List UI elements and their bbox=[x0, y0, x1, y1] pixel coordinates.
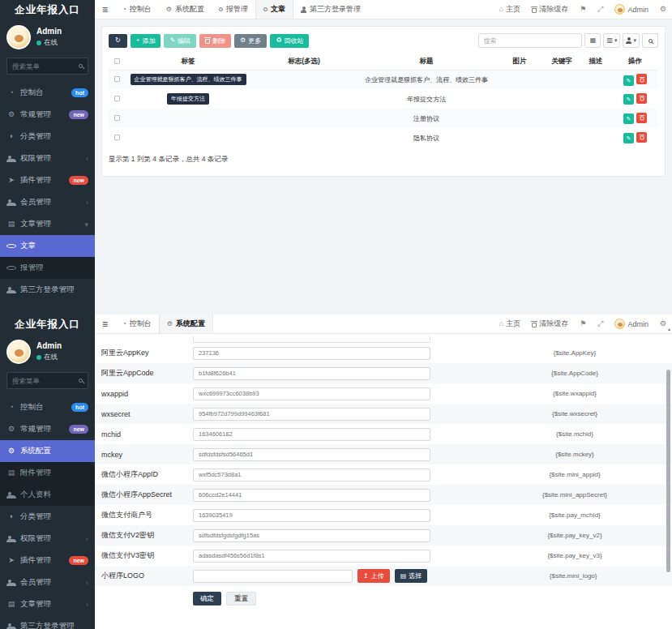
nav-fullscreen[interactable]: ⤢ bbox=[592, 314, 609, 333]
sidebar-item[interactable]: ◔控制台hot bbox=[0, 82, 95, 104]
field-input[interactable] bbox=[193, 428, 430, 441]
delete-button[interactable]: 删除 bbox=[199, 34, 231, 48]
tab-item[interactable]: ◔控制台 bbox=[115, 0, 159, 19]
sidebar-search-input[interactable] bbox=[12, 62, 75, 71]
field-input[interactable] bbox=[193, 408, 430, 421]
edit-row-button[interactable]: ✎ bbox=[623, 133, 634, 143]
select-all-checkbox[interactable] bbox=[114, 58, 120, 64]
delete-row-button[interactable] bbox=[636, 113, 647, 123]
field-label: mckey bbox=[101, 451, 193, 459]
refresh-button[interactable]: ↻ bbox=[109, 34, 127, 48]
tab-label: 文章 bbox=[271, 4, 285, 15]
field-input[interactable] bbox=[193, 387, 430, 400]
submit-button[interactable]: 确定 bbox=[193, 592, 221, 605]
sidebar-item[interactable]: 第三方登录管理 bbox=[0, 279, 95, 301]
sidebar-item[interactable]: 个人资料 bbox=[0, 484, 95, 506]
upload-button[interactable]: ↥上传 bbox=[357, 569, 390, 583]
row-checkbox[interactable] bbox=[114, 115, 120, 121]
sidebar-item[interactable]: 会员管理‹ bbox=[0, 191, 95, 213]
field-input[interactable] bbox=[193, 347, 430, 360]
tab-active[interactable]: ⚙系统配置 bbox=[159, 314, 213, 333]
field-input[interactable] bbox=[193, 448, 430, 461]
nav-user[interactable]: Admin bbox=[609, 0, 654, 19]
tab-item[interactable]: 第三方登录管理 bbox=[293, 0, 368, 19]
search-button[interactable] bbox=[642, 33, 658, 48]
flag-cell bbox=[250, 109, 357, 128]
nav-clear-cache[interactable]: 清除缓存 bbox=[526, 0, 574, 19]
scroll-up-icon[interactable]: ▴ bbox=[668, 326, 670, 332]
sidebar-item[interactable]: 权限管理‹ bbox=[0, 148, 95, 169]
delete-row-button[interactable] bbox=[636, 93, 647, 104]
table-row: 隐私协议✎ bbox=[109, 128, 658, 148]
field-input[interactable] bbox=[193, 550, 430, 563]
row-checkbox[interactable] bbox=[114, 96, 120, 101]
field-input[interactable] bbox=[193, 570, 353, 583]
recycle-bin-button[interactable]: ♻回收站 bbox=[270, 34, 309, 48]
clipped-input[interactable] bbox=[193, 336, 430, 343]
choose-button[interactable]: ▤选择 bbox=[395, 569, 428, 583]
sidebar-item[interactable]: 第三方登录管理 bbox=[0, 615, 95, 629]
tab-item[interactable]: ◔控制台 bbox=[115, 314, 159, 333]
sidebar-item[interactable]: ➤插件管理new bbox=[0, 550, 95, 571]
sidebar-item-label: 常规管理 bbox=[20, 109, 51, 120]
field-input[interactable] bbox=[193, 529, 430, 542]
add-button[interactable]: +添加 bbox=[131, 34, 161, 48]
nav-flag[interactable]: ⚑ bbox=[574, 314, 592, 333]
sidebar-search-input[interactable] bbox=[12, 377, 75, 385]
more-button[interactable]: ⚙更多 bbox=[234, 34, 267, 48]
edit-row-button[interactable]: ✎ bbox=[623, 94, 634, 105]
sidebar-item[interactable]: ⚙常规管理new bbox=[0, 104, 95, 126]
field-input[interactable] bbox=[193, 509, 430, 522]
nav-fullscreen[interactable]: ⤢ bbox=[592, 0, 609, 19]
sidebar-item[interactable]: ➤插件管理new bbox=[0, 169, 95, 191]
filter-user-button[interactable]: ▾ bbox=[623, 33, 640, 48]
nav-user[interactable]: Admin bbox=[609, 314, 654, 333]
edit-button[interactable]: ✎编辑 bbox=[164, 34, 196, 48]
nav-settings[interactable]: ⚙ bbox=[654, 0, 672, 19]
field-input[interactable] bbox=[193, 367, 430, 380]
sidebar-item[interactable]: 报管理 bbox=[0, 257, 95, 279]
trash-icon bbox=[532, 323, 537, 327]
rocket-icon: ➤ bbox=[6, 557, 16, 564]
reset-button[interactable]: 重置 bbox=[226, 592, 256, 605]
nav-flag[interactable]: ⚑ bbox=[574, 0, 592, 19]
nav-home[interactable]: ⌂主页 bbox=[494, 314, 526, 333]
field-input[interactable] bbox=[193, 489, 430, 502]
sidebar-item[interactable]: ▤附件管理 bbox=[0, 462, 95, 484]
description-cell bbox=[580, 70, 612, 89]
tab-item[interactable]: ⚙系统配置 bbox=[159, 0, 212, 19]
tab-active[interactable]: 文章 bbox=[255, 0, 293, 19]
delete-row-button[interactable] bbox=[636, 74, 647, 84]
sidebar-item[interactable]: ⚙系统配置 bbox=[0, 440, 95, 462]
edit-row-button[interactable]: ✎ bbox=[623, 113, 634, 124]
menu-toggle-icon[interactable]: ≡ bbox=[95, 314, 115, 333]
sidebar-item[interactable]: ◗分类管理 bbox=[0, 126, 95, 148]
sidebar-item[interactable]: ◗分类管理 bbox=[0, 506, 95, 528]
sidebar-item[interactable]: 权限管理‹ bbox=[0, 528, 95, 550]
field-label: 微信支付商户号 bbox=[101, 510, 193, 520]
row-checkbox[interactable] bbox=[114, 135, 120, 140]
sidebar-item[interactable]: ▤文章管理‹ bbox=[0, 593, 95, 615]
pencil-icon: ✎ bbox=[627, 116, 631, 122]
field-input[interactable] bbox=[193, 469, 430, 481]
sidebar-item[interactable]: 会员管理‹ bbox=[0, 571, 95, 593]
scrollbar-thumb[interactable] bbox=[666, 370, 670, 572]
toggle-view-button[interactable]: ▦ bbox=[584, 33, 601, 48]
edit-row-button[interactable]: ✎ bbox=[623, 75, 634, 86]
nav-clear-cache[interactable]: 清除缓存 bbox=[526, 314, 574, 333]
delete-row-button[interactable] bbox=[636, 132, 647, 143]
sidebar-item[interactable]: ◔控制台hot bbox=[0, 396, 95, 418]
columns-button[interactable]: ▥▾ bbox=[603, 33, 620, 48]
menu-toggle-icon[interactable]: ≡ bbox=[95, 0, 115, 19]
trash-icon bbox=[640, 117, 644, 121]
sidebar-item[interactable]: 文章 bbox=[0, 235, 95, 257]
sidebar-item-label: 文章管理 bbox=[20, 599, 51, 610]
table-search-input[interactable] bbox=[478, 33, 582, 48]
tab-item[interactable]: 报管理 bbox=[212, 0, 255, 19]
title-cell: 隐私协议 bbox=[357, 128, 495, 148]
nav-home[interactable]: ⌂主页 bbox=[494, 0, 526, 19]
sidebar-item[interactable]: ▤文章管理▾ bbox=[0, 213, 95, 235]
row-checkbox[interactable] bbox=[114, 76, 120, 82]
sidebar-item-label: 控制台 bbox=[20, 402, 44, 413]
sidebar-item[interactable]: ⚙常规管理new bbox=[0, 418, 95, 440]
